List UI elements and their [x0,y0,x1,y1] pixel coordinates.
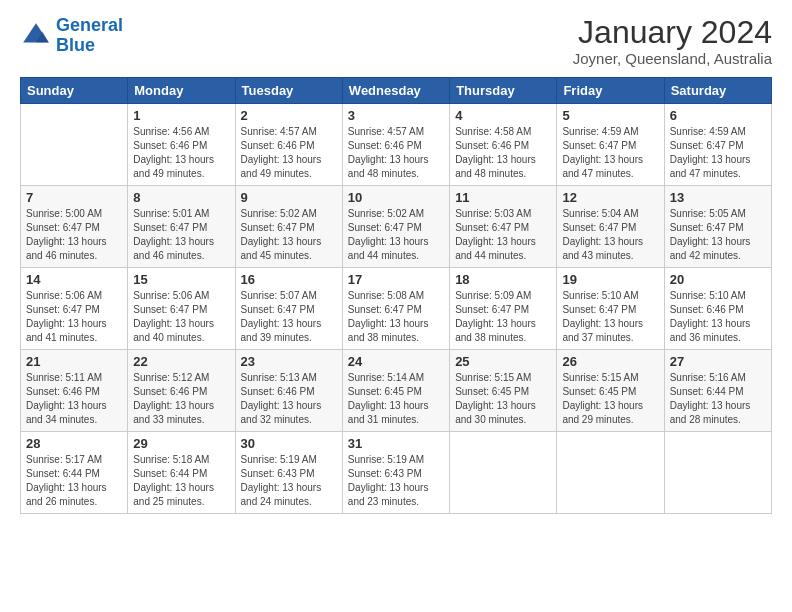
cell-info: Sunrise: 5:17 AM Sunset: 6:44 PM Dayligh… [26,453,122,509]
calendar-cell: 1Sunrise: 4:56 AM Sunset: 6:46 PM Daylig… [128,104,235,186]
logo-icon [20,20,52,52]
cell-info: Sunrise: 5:18 AM Sunset: 6:44 PM Dayligh… [133,453,229,509]
cell-info: Sunrise: 5:19 AM Sunset: 6:43 PM Dayligh… [241,453,337,509]
day-number: 7 [26,190,122,205]
calendar-cell: 22Sunrise: 5:12 AM Sunset: 6:46 PM Dayli… [128,350,235,432]
calendar-cell: 16Sunrise: 5:07 AM Sunset: 6:47 PM Dayli… [235,268,342,350]
cell-info: Sunrise: 5:10 AM Sunset: 6:46 PM Dayligh… [670,289,766,345]
day-number: 6 [670,108,766,123]
calendar-header-row: SundayMondayTuesdayWednesdayThursdayFrid… [21,78,772,104]
cell-info: Sunrise: 5:01 AM Sunset: 6:47 PM Dayligh… [133,207,229,263]
day-number: 17 [348,272,444,287]
calendar-cell [664,432,771,514]
cell-info: Sunrise: 5:03 AM Sunset: 6:47 PM Dayligh… [455,207,551,263]
weekday-header-wednesday: Wednesday [342,78,449,104]
weekday-header-monday: Monday [128,78,235,104]
logo: General Blue [20,16,123,56]
logo-text: General Blue [56,16,123,56]
cell-info: Sunrise: 4:56 AM Sunset: 6:46 PM Dayligh… [133,125,229,181]
day-number: 23 [241,354,337,369]
day-number: 9 [241,190,337,205]
cell-info: Sunrise: 4:57 AM Sunset: 6:46 PM Dayligh… [241,125,337,181]
day-number: 12 [562,190,658,205]
day-number: 21 [26,354,122,369]
cell-info: Sunrise: 5:06 AM Sunset: 6:47 PM Dayligh… [133,289,229,345]
calendar-cell: 30Sunrise: 5:19 AM Sunset: 6:43 PM Dayli… [235,432,342,514]
calendar-cell: 3Sunrise: 4:57 AM Sunset: 6:46 PM Daylig… [342,104,449,186]
day-number: 13 [670,190,766,205]
calendar-cell: 7Sunrise: 5:00 AM Sunset: 6:47 PM Daylig… [21,186,128,268]
calendar-cell: 11Sunrise: 5:03 AM Sunset: 6:47 PM Dayli… [450,186,557,268]
calendar-cell: 26Sunrise: 5:15 AM Sunset: 6:45 PM Dayli… [557,350,664,432]
day-number: 1 [133,108,229,123]
calendar-page: General Blue January 2024 Joyner, Queens… [0,0,792,612]
calendar-week-5: 28Sunrise: 5:17 AM Sunset: 6:44 PM Dayli… [21,432,772,514]
calendar-cell [21,104,128,186]
calendar-week-1: 1Sunrise: 4:56 AM Sunset: 6:46 PM Daylig… [21,104,772,186]
cell-info: Sunrise: 5:15 AM Sunset: 6:45 PM Dayligh… [455,371,551,427]
day-number: 19 [562,272,658,287]
cell-info: Sunrise: 5:00 AM Sunset: 6:47 PM Dayligh… [26,207,122,263]
calendar-week-2: 7Sunrise: 5:00 AM Sunset: 6:47 PM Daylig… [21,186,772,268]
calendar-cell: 6Sunrise: 4:59 AM Sunset: 6:47 PM Daylig… [664,104,771,186]
weekday-header-thursday: Thursday [450,78,557,104]
day-number: 20 [670,272,766,287]
calendar-week-4: 21Sunrise: 5:11 AM Sunset: 6:46 PM Dayli… [21,350,772,432]
calendar-cell: 24Sunrise: 5:14 AM Sunset: 6:45 PM Dayli… [342,350,449,432]
calendar-cell: 31Sunrise: 5:19 AM Sunset: 6:43 PM Dayli… [342,432,449,514]
cell-info: Sunrise: 5:09 AM Sunset: 6:47 PM Dayligh… [455,289,551,345]
cell-info: Sunrise: 4:57 AM Sunset: 6:46 PM Dayligh… [348,125,444,181]
day-number: 22 [133,354,229,369]
cell-info: Sunrise: 5:08 AM Sunset: 6:47 PM Dayligh… [348,289,444,345]
cell-info: Sunrise: 5:02 AM Sunset: 6:47 PM Dayligh… [241,207,337,263]
calendar-cell: 5Sunrise: 4:59 AM Sunset: 6:47 PM Daylig… [557,104,664,186]
day-number: 25 [455,354,551,369]
cell-info: Sunrise: 5:14 AM Sunset: 6:45 PM Dayligh… [348,371,444,427]
day-number: 27 [670,354,766,369]
cell-info: Sunrise: 4:58 AM Sunset: 6:46 PM Dayligh… [455,125,551,181]
page-header: General Blue January 2024 Joyner, Queens… [20,16,772,67]
calendar-cell: 20Sunrise: 5:10 AM Sunset: 6:46 PM Dayli… [664,268,771,350]
calendar-cell: 15Sunrise: 5:06 AM Sunset: 6:47 PM Dayli… [128,268,235,350]
calendar-cell: 14Sunrise: 5:06 AM Sunset: 6:47 PM Dayli… [21,268,128,350]
day-number: 18 [455,272,551,287]
weekday-header-friday: Friday [557,78,664,104]
cell-info: Sunrise: 5:10 AM Sunset: 6:47 PM Dayligh… [562,289,658,345]
weekday-header-saturday: Saturday [664,78,771,104]
cell-info: Sunrise: 5:16 AM Sunset: 6:44 PM Dayligh… [670,371,766,427]
calendar-table: SundayMondayTuesdayWednesdayThursdayFrid… [20,77,772,514]
cell-info: Sunrise: 5:05 AM Sunset: 6:47 PM Dayligh… [670,207,766,263]
calendar-body: 1Sunrise: 4:56 AM Sunset: 6:46 PM Daylig… [21,104,772,514]
calendar-cell [450,432,557,514]
day-number: 14 [26,272,122,287]
calendar-cell: 13Sunrise: 5:05 AM Sunset: 6:47 PM Dayli… [664,186,771,268]
title-block: January 2024 Joyner, Queensland, Austral… [573,16,772,67]
weekday-header-sunday: Sunday [21,78,128,104]
cell-info: Sunrise: 5:11 AM Sunset: 6:46 PM Dayligh… [26,371,122,427]
calendar-cell: 9Sunrise: 5:02 AM Sunset: 6:47 PM Daylig… [235,186,342,268]
calendar-cell: 19Sunrise: 5:10 AM Sunset: 6:47 PM Dayli… [557,268,664,350]
day-number: 2 [241,108,337,123]
day-number: 31 [348,436,444,451]
day-number: 11 [455,190,551,205]
day-number: 8 [133,190,229,205]
cell-info: Sunrise: 4:59 AM Sunset: 6:47 PM Dayligh… [670,125,766,181]
calendar-cell: 29Sunrise: 5:18 AM Sunset: 6:44 PM Dayli… [128,432,235,514]
cell-info: Sunrise: 5:15 AM Sunset: 6:45 PM Dayligh… [562,371,658,427]
cell-info: Sunrise: 4:59 AM Sunset: 6:47 PM Dayligh… [562,125,658,181]
day-number: 16 [241,272,337,287]
calendar-cell: 25Sunrise: 5:15 AM Sunset: 6:45 PM Dayli… [450,350,557,432]
calendar-cell: 4Sunrise: 4:58 AM Sunset: 6:46 PM Daylig… [450,104,557,186]
calendar-cell: 28Sunrise: 5:17 AM Sunset: 6:44 PM Dayli… [21,432,128,514]
calendar-cell: 27Sunrise: 5:16 AM Sunset: 6:44 PM Dayli… [664,350,771,432]
calendar-cell: 17Sunrise: 5:08 AM Sunset: 6:47 PM Dayli… [342,268,449,350]
month-title: January 2024 [573,16,772,48]
day-number: 3 [348,108,444,123]
calendar-cell: 12Sunrise: 5:04 AM Sunset: 6:47 PM Dayli… [557,186,664,268]
calendar-cell: 2Sunrise: 4:57 AM Sunset: 6:46 PM Daylig… [235,104,342,186]
day-number: 30 [241,436,337,451]
day-number: 15 [133,272,229,287]
day-number: 4 [455,108,551,123]
location: Joyner, Queensland, Australia [573,50,772,67]
calendar-week-3: 14Sunrise: 5:06 AM Sunset: 6:47 PM Dayli… [21,268,772,350]
